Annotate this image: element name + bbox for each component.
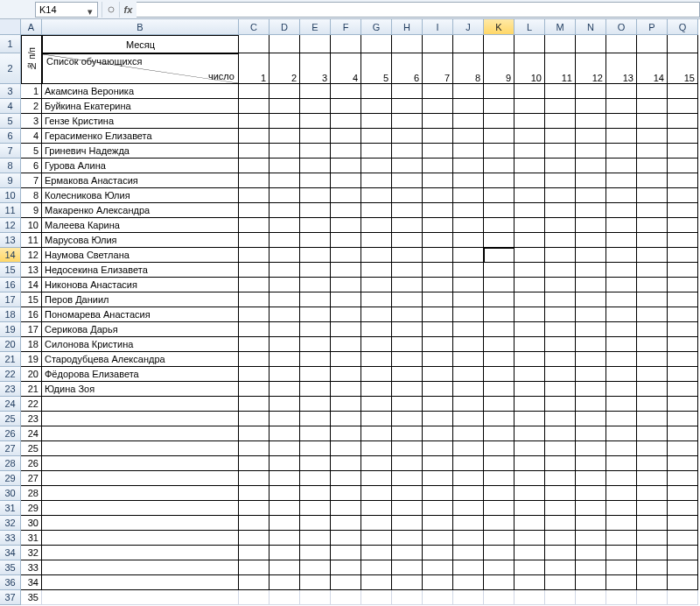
cell-F29[interactable]: [331, 471, 361, 486]
cell-Q32[interactable]: [668, 516, 698, 531]
cell-E22[interactable]: [300, 367, 331, 382]
cell-Q6[interactable]: [668, 129, 698, 144]
cell-C8[interactable]: [239, 159, 270, 173]
cell-H23[interactable]: [392, 382, 423, 397]
cell-L25[interactable]: [514, 412, 545, 426]
cell-C12[interactable]: [239, 218, 270, 233]
col-header-P[interactable]: P: [637, 19, 668, 35]
cell-C29[interactable]: [239, 471, 270, 486]
cell-Q4[interactable]: [668, 99, 698, 114]
cell-J33[interactable]: [453, 531, 484, 546]
cell-C31[interactable]: [239, 501, 270, 516]
cell-G6[interactable]: [361, 129, 392, 144]
cell-J14[interactable]: [453, 248, 484, 263]
cell-A7[interactable]: 5: [21, 144, 42, 159]
cell-O17[interactable]: [606, 292, 637, 307]
cell-D16[interactable]: [270, 278, 300, 292]
cell-E2[interactable]: 3: [300, 53, 331, 84]
cell-M37[interactable]: [545, 590, 576, 605]
cell-A20[interactable]: 18: [21, 337, 42, 352]
cell-O24[interactable]: [606, 397, 637, 412]
cell-F23[interactable]: [331, 382, 361, 397]
cell-H18[interactable]: [392, 307, 423, 322]
cell-B7[interactable]: Гриневич Надежда: [42, 144, 239, 159]
cell-E18[interactable]: [300, 307, 331, 322]
cell-Q1[interactable]: [668, 35, 698, 53]
cell-B9[interactable]: Ермакова Анастасия: [42, 173, 239, 188]
cell-Q8[interactable]: [668, 159, 698, 173]
cell-M27[interactable]: [545, 441, 576, 456]
cell-I15[interactable]: [423, 263, 453, 278]
cell-Q15[interactable]: [668, 263, 698, 278]
cell-F19[interactable]: [331, 322, 361, 337]
row-header-1[interactable]: 1: [0, 35, 21, 53]
cell-O31[interactable]: [606, 501, 637, 516]
cell-O27[interactable]: [606, 441, 637, 456]
cell-Q35[interactable]: [668, 560, 698, 575]
cell-I21[interactable]: [423, 352, 453, 367]
cell-A24[interactable]: 22: [21, 397, 42, 412]
cell-N12[interactable]: [576, 218, 606, 233]
cell-J31[interactable]: [453, 501, 484, 516]
cell-P12[interactable]: [637, 218, 668, 233]
cell-M19[interactable]: [545, 322, 576, 337]
cell-H25[interactable]: [392, 412, 423, 426]
cell-O33[interactable]: [606, 531, 637, 546]
cell-J6[interactable]: [453, 129, 484, 144]
cell-L1[interactable]: [514, 35, 545, 53]
cell-M1[interactable]: [545, 35, 576, 53]
cell-B15[interactable]: Недосекина Елизавета: [42, 263, 239, 278]
cell-M28[interactable]: [545, 456, 576, 471]
cell-O10[interactable]: [606, 188, 637, 203]
cell-H8[interactable]: [392, 159, 423, 173]
cell-G22[interactable]: [361, 367, 392, 382]
cell-N19[interactable]: [576, 322, 606, 337]
cell-D24[interactable]: [270, 397, 300, 412]
cell-C32[interactable]: [239, 516, 270, 531]
cell-H2[interactable]: 6: [392, 53, 423, 84]
cell-L36[interactable]: [514, 575, 545, 590]
cell-I5[interactable]: [423, 114, 453, 129]
cell-D15[interactable]: [270, 263, 300, 278]
cell-K14[interactable]: [484, 248, 514, 263]
cell-D12[interactable]: [270, 218, 300, 233]
cell-I11[interactable]: [423, 203, 453, 218]
cell-L20[interactable]: [514, 337, 545, 352]
cell-J10[interactable]: [453, 188, 484, 203]
cell-D4[interactable]: [270, 99, 300, 114]
cell-M3[interactable]: [545, 84, 576, 99]
cell-I22[interactable]: [423, 367, 453, 382]
cell-D35[interactable]: [270, 560, 300, 575]
cell-M23[interactable]: [545, 382, 576, 397]
cell-N26[interactable]: [576, 426, 606, 441]
cell-I18[interactable]: [423, 307, 453, 322]
cell-J12[interactable]: [453, 218, 484, 233]
cell-F34[interactable]: [331, 546, 361, 560]
cell-D26[interactable]: [270, 426, 300, 441]
cell-E25[interactable]: [300, 412, 331, 426]
cell-F4[interactable]: [331, 99, 361, 114]
cell-I37[interactable]: [423, 590, 453, 605]
cell-H33[interactable]: [392, 531, 423, 546]
cell-E24[interactable]: [300, 397, 331, 412]
cell-E8[interactable]: [300, 159, 331, 173]
cell-G19[interactable]: [361, 322, 392, 337]
cell-L13[interactable]: [514, 233, 545, 248]
cell-B11[interactable]: Макаренко Александра: [42, 203, 239, 218]
cell-K23[interactable]: [484, 382, 514, 397]
cell-A27[interactable]: 25: [21, 441, 42, 456]
cell-E32[interactable]: [300, 516, 331, 531]
cell-O16[interactable]: [606, 278, 637, 292]
cell-J23[interactable]: [453, 382, 484, 397]
row-header-4[interactable]: 4: [0, 99, 21, 114]
cell-B23[interactable]: Юдина Зоя: [42, 382, 239, 397]
cell-K22[interactable]: [484, 367, 514, 382]
cell-F8[interactable]: [331, 159, 361, 173]
cell-C4[interactable]: [239, 99, 270, 114]
cell-I23[interactable]: [423, 382, 453, 397]
cell-P11[interactable]: [637, 203, 668, 218]
cell-O2[interactable]: 13: [606, 53, 637, 84]
cell-C5[interactable]: [239, 114, 270, 129]
cell-G29[interactable]: [361, 471, 392, 486]
cell-F24[interactable]: [331, 397, 361, 412]
